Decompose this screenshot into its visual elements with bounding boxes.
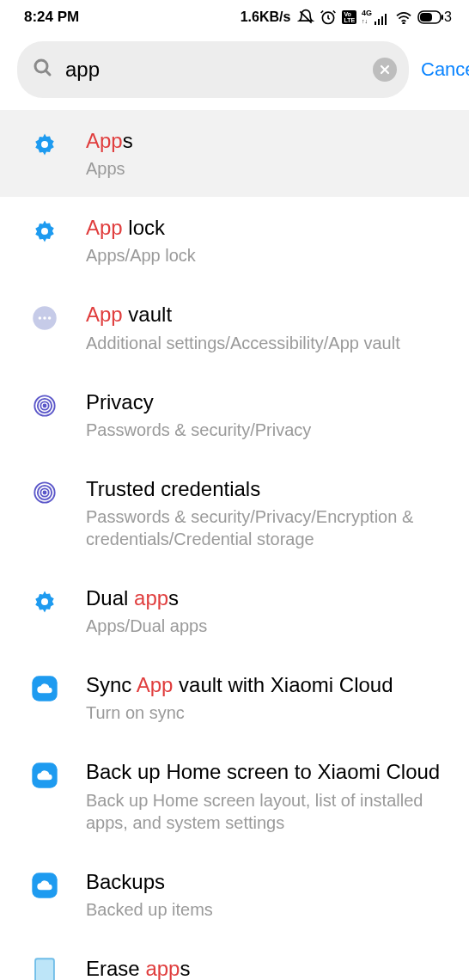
svg-point-14	[43, 317, 46, 321]
wifi-icon	[395, 10, 412, 24]
svg-point-11	[41, 228, 48, 235]
result-subtitle: Additional settings/Accessibility/App va…	[86, 332, 459, 354]
cloud-icon	[31, 675, 58, 702]
result-item[interactable]: Dual appsApps/Dual apps	[0, 567, 469, 654]
phone-icon	[31, 959, 58, 980]
result-item[interactable]: App lockApps/App lock	[0, 197, 469, 284]
svg-point-23	[43, 491, 46, 493]
result-subtitle: Turn on sync	[86, 701, 459, 724]
more-icon	[31, 304, 58, 332]
result-title: App vault	[86, 301, 459, 328]
result-texts: App lockApps/App lock	[86, 214, 459, 266]
result-title: Back up Home screen to Xiaomi Cloud	[86, 758, 459, 785]
result-item[interactable]: PrivacyPasswords & security/Privacy	[0, 371, 469, 458]
result-item[interactable]: App vaultAdditional settings/Accessibili…	[0, 284, 469, 371]
result-subtitle: Passwords & security/Privacy/Encryption …	[86, 505, 459, 550]
search-box[interactable]	[17, 41, 409, 98]
result-texts: Sync App vault with Xiaomi CloudTurn on …	[86, 671, 459, 724]
svg-point-13	[39, 317, 42, 321]
status-bar: 8:24 PM 1.6KB/s VoLTE 4G↑↓ 3	[0, 0, 469, 29]
cancel-button[interactable]: Cancel	[421, 58, 469, 81]
result-item[interactable]: Back up Home screen to Xiaomi CloudBack …	[0, 741, 469, 850]
result-subtitle: Apps/App lock	[86, 244, 459, 266]
gear-icon	[31, 588, 58, 616]
network-icon: 4G↑↓	[362, 9, 390, 25]
svg-rect-28	[35, 959, 54, 980]
result-subtitle: Backed up items	[86, 898, 459, 921]
svg-point-19	[43, 404, 46, 407]
result-title: Erase apps	[86, 955, 459, 980]
svg-rect-3	[381, 16, 383, 25]
result-texts: AppsApps	[86, 127, 459, 180]
result-title: Backups	[86, 868, 459, 895]
alarm-icon	[320, 9, 337, 26]
result-subtitle: Apps/Dual apps	[86, 615, 459, 637]
result-texts: Trusted credentialsPasswords & security/…	[86, 475, 459, 550]
result-title: Privacy	[86, 389, 459, 415]
dnd-icon	[297, 9, 314, 26]
clear-icon[interactable]	[373, 58, 397, 82]
result-subtitle: Back up Home screen layout, list of inst…	[86, 789, 459, 834]
result-texts: Back up Home screen to Xiaomi CloudBack …	[86, 758, 459, 833]
status-time: 8:24 PM	[24, 9, 79, 26]
result-item[interactable]: BackupsBacked up items	[0, 851, 469, 938]
result-title: App lock	[86, 214, 459, 241]
svg-rect-8	[442, 15, 443, 20]
result-title: Trusted credentials	[86, 475, 459, 502]
battery-icon: 3	[417, 9, 452, 25]
result-title: Dual apps	[86, 585, 459, 611]
search-input[interactable]	[65, 58, 373, 82]
result-texts: App vaultAdditional settings/Accessibili…	[86, 301, 459, 353]
svg-point-5	[403, 22, 405, 24]
svg-rect-1	[375, 21, 376, 25]
cloud-icon	[31, 762, 58, 789]
gear-icon	[31, 131, 58, 158]
result-title: Sync App vault with Xiaomi Cloud	[86, 671, 459, 698]
result-subtitle: Apps	[86, 157, 459, 180]
fingerprint-icon	[31, 479, 58, 506]
result-subtitle: Passwords & security/Privacy	[86, 419, 459, 441]
svg-point-15	[48, 317, 52, 321]
search-icon	[33, 58, 53, 82]
result-item[interactable]: AppsApps	[0, 110, 469, 197]
result-item[interactable]: Trusted credentialsPasswords & security/…	[0, 458, 469, 567]
result-item[interactable]: Sync App vault with Xiaomi CloudTurn on …	[0, 654, 469, 741]
result-texts: BackupsBacked up items	[86, 868, 459, 921]
gear-icon	[31, 217, 58, 245]
search-row: Cancel	[0, 29, 469, 110]
status-speed: 1.6KB/s	[241, 9, 291, 25]
svg-point-10	[41, 141, 48, 148]
search-results: AppsAppsApp lockApps/App lockApp vaultAd…	[0, 110, 469, 980]
result-texts: Dual appsApps/Dual apps	[86, 585, 459, 637]
svg-point-24	[41, 598, 48, 605]
cloud-icon	[31, 872, 58, 899]
volte-icon: VoLTE	[342, 10, 356, 24]
status-right: 1.6KB/s VoLTE 4G↑↓ 3	[241, 9, 452, 26]
svg-rect-7	[420, 13, 432, 21]
result-texts: PrivacyPasswords & security/Privacy	[86, 389, 459, 441]
result-title: Apps	[86, 127, 459, 154]
fingerprint-icon	[31, 392, 58, 420]
result-item[interactable]: Erase appsAbout phone/Backup & reset/Era…	[0, 938, 469, 980]
svg-rect-4	[385, 14, 387, 25]
result-texts: Erase appsAbout phone/Backup & reset/Era…	[86, 955, 459, 980]
svg-rect-2	[378, 19, 380, 25]
